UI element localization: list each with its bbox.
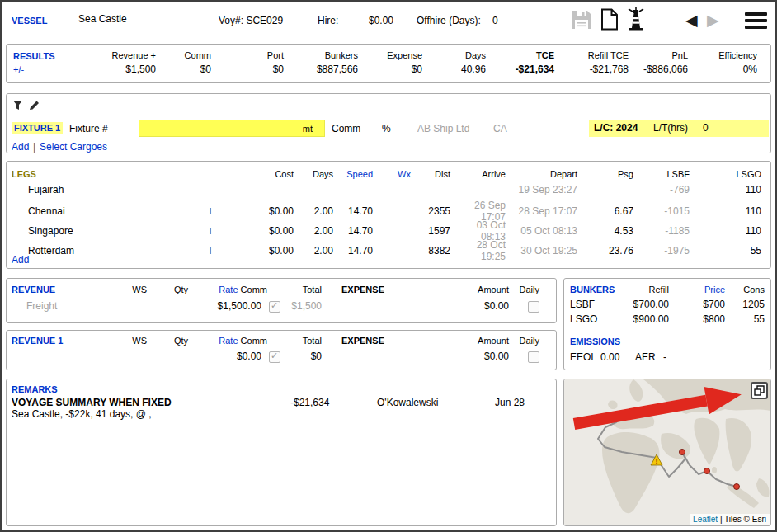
save-icon[interactable] xyxy=(571,9,592,33)
expense-label: EXPENSE xyxy=(341,336,384,346)
map-panel[interactable]: ! Leaflet | Tiles © Esri xyxy=(563,379,771,526)
filter-icon[interactable] xyxy=(12,100,23,113)
svg-text:!: ! xyxy=(656,458,658,465)
results-plusminus-toggle[interactable]: +/- xyxy=(13,64,24,74)
leg-row: Fujairah 19 Sep 23:27 -769 110 xyxy=(7,180,761,200)
results-col-pnl: PnL-$886,066 xyxy=(609,50,688,75)
leg-port[interactable]: Rotterdam xyxy=(7,245,205,257)
rate-header[interactable]: Rate xyxy=(219,285,238,294)
rate-header[interactable]: Rate xyxy=(219,336,238,346)
map-expand-button[interactable] xyxy=(751,382,768,399)
laytime-value: 0 xyxy=(703,122,709,134)
rate-value[interactable]: $0.00 xyxy=(237,351,261,362)
vessel-label: VESSEL xyxy=(12,16,47,26)
expense-label: EXPENSE xyxy=(341,285,384,294)
results-col-tce: TCE-$21,634 xyxy=(475,50,554,75)
total-value: $0 xyxy=(311,351,322,362)
price-value[interactable]: $700 xyxy=(703,299,725,310)
offhire-label: Offhire (Days): xyxy=(417,15,481,26)
col-speed[interactable]: Speed xyxy=(333,169,373,179)
fixture-number-label: Fixture # xyxy=(69,123,108,134)
port-marker-rotterdam[interactable] xyxy=(623,412,629,417)
col-lsbf: LSBF xyxy=(633,169,690,179)
results-col-comm: Comm$0 xyxy=(132,50,211,75)
legs-label: LEGS xyxy=(7,169,205,179)
next-arrow-button[interactable]: ▶ xyxy=(707,12,719,28)
leg-port[interactable]: Singapore xyxy=(7,225,205,237)
col-lsgo: LSGO xyxy=(690,169,761,179)
charterer-name[interactable]: AB Ship Ltd xyxy=(417,123,469,134)
revenue1-label: REVENUE 1 xyxy=(12,336,63,346)
rate-comm-header: Rate Comm xyxy=(219,336,267,346)
menu-icon[interactable] xyxy=(745,12,767,32)
percent-label: % xyxy=(382,123,391,134)
leg-row: Chennai I $0.00 2.00 14.70 2355 26 Sep 1… xyxy=(7,200,761,219)
daily-checkbox[interactable] xyxy=(528,301,539,313)
refill-header: Refill xyxy=(649,285,669,294)
laycan-strip[interactable]: L/C: 2024 L/T(hrs) 0 xyxy=(589,120,769,137)
offhire-value[interactable]: 0 xyxy=(492,15,498,26)
leg-row: Singapore I $0.00 2.00 14.70 1597 03 Oct… xyxy=(7,219,761,239)
results-bar: RESULTS +/- Revenue +$1,500 Comm$0 Port$… xyxy=(6,44,771,83)
rate-comm-checkbox[interactable] xyxy=(269,351,280,363)
expense-amount-value[interactable]: $0.00 xyxy=(484,351,509,362)
rate-comm-checkbox[interactable] xyxy=(269,301,280,313)
edit-pencil-icon[interactable] xyxy=(29,100,40,113)
route-map[interactable]: ! xyxy=(564,379,770,525)
summary-detail: Sea Castle, -$22k, 41 days, @ , xyxy=(12,408,152,420)
expense-amount-value[interactable]: $0.00 xyxy=(484,300,509,312)
price-value[interactable]: $800 xyxy=(703,313,725,325)
hire-value[interactable]: $0.00 xyxy=(352,15,393,26)
voy-label: Voy#: xyxy=(219,15,243,26)
col-arrive: Arrive xyxy=(450,169,506,179)
select-cargoes-link[interactable]: Select Cargoes xyxy=(40,141,107,153)
revenue1-card: REVENUE 1 WS Qty Rate Comm Total EXPENSE… xyxy=(6,330,557,370)
price-header[interactable]: Price xyxy=(704,285,725,294)
add-cargo-link[interactable]: Add xyxy=(12,141,29,153)
prev-arrow-button[interactable]: ◀ xyxy=(685,12,698,28)
voy-value[interactable]: SCE029 xyxy=(246,15,283,26)
freight-label: Freight xyxy=(26,300,57,312)
vessel-name-field[interactable]: Sea Castle xyxy=(78,13,127,25)
qty-header: Qty xyxy=(174,336,188,346)
fuel-name: LSBF xyxy=(570,299,595,310)
col-wx[interactable]: Wx xyxy=(373,169,411,179)
fuel-name: LSGO xyxy=(570,313,597,325)
port-marker-fujairah[interactable] xyxy=(680,450,685,455)
topbar: VESSEL Sea Castle Voy#: SCE029 Hire: $0.… xyxy=(2,2,775,41)
results-label[interactable]: RESULTS xyxy=(13,51,55,61)
col-dist: Dist xyxy=(411,169,450,179)
leaflet-link[interactable]: Leaflet xyxy=(693,515,718,524)
add-leg-link[interactable]: Add xyxy=(12,254,29,266)
ws-header: WS xyxy=(132,336,147,346)
amount-header: Amount xyxy=(478,336,509,346)
results-col-efficiency: Efficiency0% xyxy=(678,50,757,75)
remarks-card[interactable]: REMARKS VOYAGE SUMMARY WHEN FIXED -$21,6… xyxy=(6,379,557,526)
comm-header: Comm xyxy=(241,285,267,294)
revenue-label: REVENUE xyxy=(12,285,55,294)
lighthouse-icon[interactable] xyxy=(625,7,647,34)
leg-port[interactable]: Chennai xyxy=(7,205,205,217)
leg-port[interactable]: Fujairah xyxy=(7,184,205,195)
menu-bar xyxy=(745,26,767,29)
region-code[interactable]: CA xyxy=(493,123,507,134)
port-marker-chennai[interactable] xyxy=(704,468,710,474)
rate-value[interactable]: $1,500.00 xyxy=(218,300,261,312)
new-document-icon[interactable] xyxy=(600,8,619,33)
tiles-credit: | Tiles © Esri xyxy=(718,515,766,524)
hire-label: Hire: xyxy=(318,15,338,26)
port-marker-singapore[interactable] xyxy=(734,484,740,490)
link-divider: | xyxy=(33,141,35,153)
cons-header: Cons xyxy=(743,285,765,294)
daily-checkbox[interactable] xyxy=(528,351,539,363)
fixture-tab[interactable]: FIXTURE 1 xyxy=(12,122,63,134)
cargo-qty-input[interactable]: mt xyxy=(139,120,325,137)
results-col-days: Days40.96 xyxy=(407,50,486,75)
total-header: Total xyxy=(303,336,322,346)
remarks-label: REMARKS xyxy=(12,384,58,394)
total-value: $1,500 xyxy=(291,300,322,312)
refill-value[interactable]: $900.00 xyxy=(633,313,669,325)
daily-header: Daily xyxy=(520,336,539,346)
refill-value[interactable]: $700.00 xyxy=(633,299,669,310)
menu-bar xyxy=(745,19,767,22)
